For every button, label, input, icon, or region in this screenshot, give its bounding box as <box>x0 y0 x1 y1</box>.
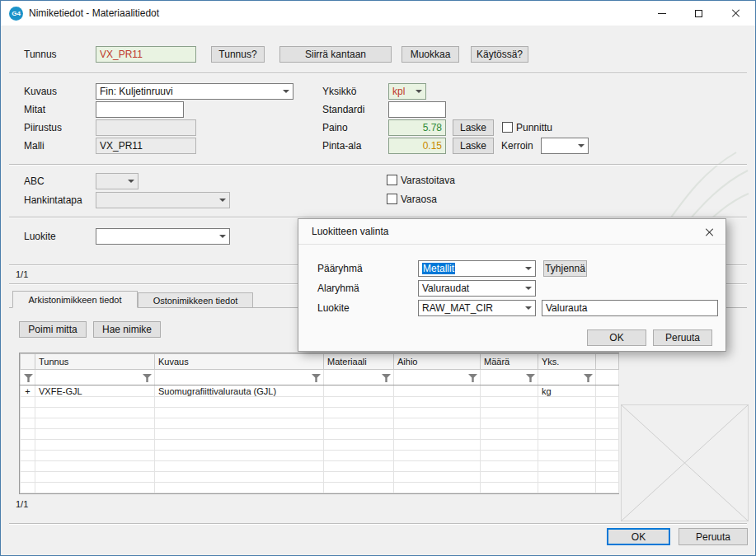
abc-select[interactable] <box>96 173 139 189</box>
alaryhma-select[interactable]: Valuraudat <box>418 280 536 297</box>
grid-pager: 1/1 <box>16 499 28 509</box>
malli-label: Malli <box>24 140 45 152</box>
filter-icon <box>526 374 535 382</box>
maximize-button[interactable] <box>680 1 717 26</box>
row-expand-marker[interactable]: + <box>21 385 35 397</box>
tyhjenna-button[interactable]: Tyhjennä <box>543 260 587 277</box>
chevron-down-icon <box>522 261 535 276</box>
cell-maara[interactable] <box>481 385 538 397</box>
grid-empty-row <box>21 397 619 408</box>
filter-cell-filler <box>596 370 619 385</box>
grid-col-tunnus[interactable]: Tunnus <box>35 354 155 370</box>
dialog-ok-button[interactable]: OK <box>587 329 646 346</box>
tab-label: Ostonimikkeen tiedot <box>153 296 238 306</box>
filter-cell-tunnus[interactable] <box>35 370 155 385</box>
grid-col-materiaali[interactable]: Materiaali <box>324 354 394 370</box>
tunnus-query-button[interactable]: Tunnus? <box>211 46 265 63</box>
paaryhma-select[interactable]: Metallit <box>418 260 536 277</box>
standardi-input[interactable] <box>388 101 446 118</box>
luokite-select[interactable] <box>96 228 230 245</box>
poimi-mitta-button[interactable]: Poimi mitta <box>19 321 87 338</box>
piirustus-input[interactable] <box>96 119 196 136</box>
dialog-luokite-label: Luokite <box>317 302 350 314</box>
grid-empty-row <box>21 451 619 461</box>
cell-tunnus[interactable]: VXFE-GJL <box>35 385 155 397</box>
varastoitava-label: Varastoitava <box>401 175 455 186</box>
varastoitava-checkbox[interactable] <box>387 175 397 185</box>
grid-empty-row <box>21 440 619 451</box>
punnittu-checkbox[interactable] <box>502 122 513 133</box>
kuvaus-label: Kuvaus <box>24 86 57 97</box>
pinta-ala-label: Pinta-ala <box>322 140 361 152</box>
hae-nimike-button[interactable]: Hae nimike <box>93 321 161 338</box>
mitat-input[interactable] <box>96 101 184 118</box>
peruuta-button[interactable]: Peruuta <box>679 528 748 545</box>
grid-col-maara[interactable]: Määrä <box>481 354 538 370</box>
filter-cell-yks[interactable] <box>538 370 596 385</box>
dialog-title: Luokitteen valinta <box>312 226 388 237</box>
grid-empty-row <box>21 483 619 493</box>
filter-cell-kuvaus[interactable] <box>155 370 324 385</box>
close-button[interactable] <box>717 1 754 26</box>
piirustus-label: Piirustus <box>24 122 62 133</box>
varaosa-label: Varaosa <box>401 194 437 205</box>
cell-yks[interactable]: kg <box>538 385 596 397</box>
paino-label: Paino <box>322 122 348 133</box>
yksikko-select[interactable]: kpl <box>388 83 426 100</box>
kaytossa-button[interactable]: Käytössä? <box>471 46 528 63</box>
kerroin-select[interactable] <box>541 138 589 154</box>
dialog-luokite-text-input[interactable] <box>542 300 718 316</box>
grid-col-aihio[interactable]: Aihio <box>394 354 481 370</box>
dialog-luokite-value: RAW_MAT_CIR <box>422 302 521 314</box>
laske-paino-button[interactable]: Laske <box>453 119 494 136</box>
tab-arkistonimikkeen-tiedot[interactable]: Arkistonimikkeen tiedot <box>12 291 138 308</box>
grid-empty-row <box>21 429 619 440</box>
standardi-label: Standardi <box>322 104 364 115</box>
cell-kuvaus[interactable]: Suomugrafiittivalurauta (GJL) <box>155 385 324 397</box>
chevron-down-icon <box>575 138 588 153</box>
filter-cell-maara[interactable] <box>481 370 538 385</box>
tab-ostonimikkeen-tiedot[interactable]: Ostonimikkeen tiedot <box>138 292 253 307</box>
separator <box>9 164 747 166</box>
minimize-button[interactable] <box>643 1 680 26</box>
grid-data-row[interactable]: + VXFE-GJL Suomugrafiittivalurauta (GJL)… <box>21 385 619 397</box>
ok-button[interactable]: OK <box>607 528 670 545</box>
tunnus-input[interactable] <box>96 46 196 63</box>
alaryhma-label: Alaryhmä <box>317 283 359 294</box>
chevron-down-icon <box>216 229 229 244</box>
grid-col-yks[interactable]: Yks. <box>538 354 596 370</box>
filter-cell-aihio[interactable] <box>394 370 481 385</box>
malli-input[interactable] <box>96 138 196 154</box>
dialog-close-button[interactable] <box>702 226 716 239</box>
grid-selector-header <box>21 354 35 370</box>
cell-filler <box>596 385 619 397</box>
pinta-ala-input[interactable] <box>388 138 446 154</box>
yksikko-label: Yksikkö <box>322 86 356 97</box>
varaosa-checkbox[interactable] <box>387 194 397 204</box>
laske-pinta-ala-button[interactable]: Laske <box>453 138 494 154</box>
luokitteen-valinta-dialog: Luokitteen valinta Pääryhmä Metallit Tyh… <box>298 218 726 352</box>
kuvaus-select[interactable]: Fin: Kuljetinruuvi <box>96 83 293 100</box>
siirra-kantaan-button[interactable]: Siirrä kantaan <box>279 46 392 63</box>
header-pager: 1/1 <box>16 269 28 279</box>
materials-grid: Tunnus Kuvaus Materiaali Aihio Määrä Yks… <box>19 353 619 494</box>
titlebar[interactable]: G4 Nimiketiedot - Materiaalitiedot <box>1 1 755 26</box>
grid-col-kuvaus[interactable]: Kuvaus <box>155 354 324 370</box>
window-controls <box>643 1 754 26</box>
grid-header-row: Tunnus Kuvaus Materiaali Aihio Määrä Yks… <box>21 354 619 370</box>
grid-col-filler <box>596 354 619 370</box>
muokkaa-button[interactable]: Muokkaa <box>401 46 459 63</box>
cell-materiaali[interactable] <box>324 385 394 397</box>
paino-input[interactable] <box>388 119 446 136</box>
cell-aihio[interactable] <box>394 385 481 397</box>
yksikko-value: kpl <box>392 86 411 97</box>
hankintatapa-label: Hankintatapa <box>24 194 82 206</box>
dialog-luokite-select[interactable]: RAW_MAT_CIR <box>418 300 536 316</box>
filter-cell-materiaali[interactable] <box>324 370 394 385</box>
filter-icon <box>143 374 152 382</box>
abc-label: ABC <box>24 175 45 187</box>
filter-cell-selector[interactable] <box>21 370 35 385</box>
hankintatapa-select[interactable] <box>96 192 230 208</box>
maximize-icon <box>695 10 702 17</box>
dialog-peruuta-button[interactable]: Peruuta <box>653 329 712 346</box>
